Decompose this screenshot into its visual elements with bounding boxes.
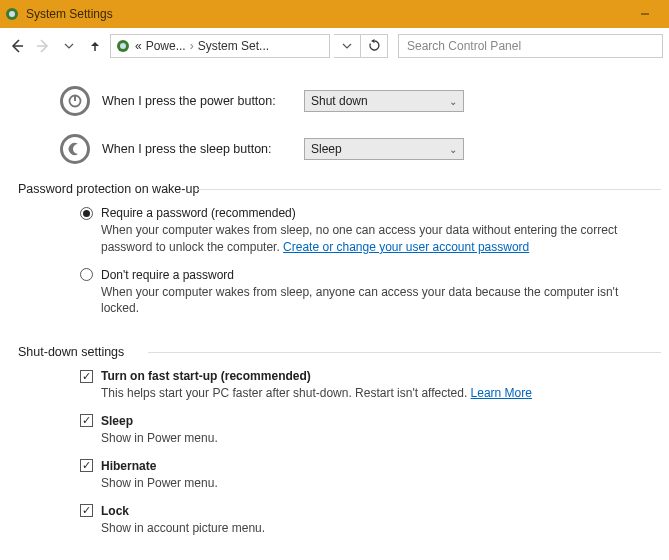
dont-require-password-label: Don't require a password: [101, 268, 234, 282]
chevron-right-icon: ›: [190, 39, 194, 53]
breadcrumb[interactable]: « Powe... › System Set...: [110, 34, 330, 58]
password-section-heading: Password protection on wake-up: [18, 182, 651, 196]
require-password-option: Require a password (recommended) When yo…: [80, 206, 651, 256]
sleep-option: ✓ Sleep Show in Power menu.: [80, 414, 651, 447]
hibernate-check-row[interactable]: ✓ Hibernate: [80, 459, 651, 473]
refresh-button[interactable]: [361, 34, 387, 58]
back-button[interactable]: [6, 35, 28, 57]
address-dropdown-button[interactable]: [334, 34, 360, 58]
fast-startup-label: Turn on fast start-up (recommended): [101, 369, 311, 383]
breadcrumb-item[interactable]: Powe...: [146, 39, 186, 53]
hibernate-option: ✓ Hibernate Show in Power menu.: [80, 459, 651, 492]
power-button-dropdown[interactable]: Shut down ⌄: [304, 90, 464, 112]
window-title: System Settings: [26, 7, 625, 21]
checkbox-checked-icon[interactable]: ✓: [80, 370, 93, 383]
sleep-label: Sleep: [101, 414, 133, 428]
require-password-label: Require a password (recommended): [101, 206, 296, 220]
checkbox-checked-icon[interactable]: ✓: [80, 414, 93, 427]
dropdown-value: Shut down: [311, 94, 368, 108]
address-buttons: [334, 34, 388, 58]
hibernate-label: Hibernate: [101, 459, 156, 473]
require-password-radio-row[interactable]: Require a password (recommended): [80, 206, 651, 220]
desc-text: This helps start your PC faster after sh…: [101, 386, 471, 400]
sleep-desc: Show in Power menu.: [101, 430, 641, 447]
checkbox-checked-icon[interactable]: ✓: [80, 504, 93, 517]
sleep-button-row: When I press the sleep button: Sleep ⌄: [60, 134, 651, 164]
svg-point-7: [120, 43, 126, 49]
dropdown-value: Sleep: [311, 142, 342, 156]
learn-more-link[interactable]: Learn More: [471, 386, 532, 400]
app-icon: [4, 6, 20, 22]
fast-startup-check-row[interactable]: ✓ Turn on fast start-up (recommended): [80, 369, 651, 383]
sleep-button-dropdown[interactable]: Sleep ⌄: [304, 138, 464, 160]
lock-desc: Show in account picture menu.: [101, 520, 641, 537]
dont-require-password-option: Don't require a password When your compu…: [80, 268, 651, 318]
power-icon: [60, 86, 90, 116]
radio-unchecked-icon[interactable]: [80, 268, 93, 281]
sleep-button-label: When I press the sleep button:: [102, 142, 292, 156]
lock-check-row[interactable]: ✓ Lock: [80, 504, 651, 518]
up-button[interactable]: [84, 35, 106, 57]
navbar: « Powe... › System Set...: [0, 28, 669, 64]
sleep-icon: [60, 134, 90, 164]
power-button-label: When I press the power button:: [102, 94, 292, 108]
chevron-down-icon: ⌄: [449, 144, 457, 155]
sleep-check-row[interactable]: ✓ Sleep: [80, 414, 651, 428]
power-button-row: When I press the power button: Shut down…: [60, 86, 651, 116]
dont-require-password-radio-row[interactable]: Don't require a password: [80, 268, 651, 282]
chevron-down-icon: ⌄: [449, 96, 457, 107]
require-password-desc: When your computer wakes from sleep, no …: [101, 222, 641, 256]
checkbox-checked-icon[interactable]: ✓: [80, 459, 93, 472]
breadcrumb-prefix: «: [135, 39, 142, 53]
lock-option: ✓ Lock Show in account picture menu.: [80, 504, 651, 537]
search-input[interactable]: [405, 38, 656, 54]
lock-label: Lock: [101, 504, 129, 518]
radio-checked-icon[interactable]: [80, 207, 93, 220]
svg-point-1: [9, 11, 15, 17]
titlebar: System Settings: [0, 0, 669, 28]
shutdown-section-heading: Shut-down settings: [18, 345, 651, 359]
breadcrumb-item[interactable]: System Set...: [198, 39, 269, 53]
search-box[interactable]: [398, 34, 663, 58]
breadcrumb-icon: [115, 38, 131, 54]
dont-require-password-desc: When your computer wakes from sleep, any…: [101, 284, 641, 318]
fast-startup-option: ✓ Turn on fast start-up (recommended) Th…: [80, 369, 651, 402]
forward-button[interactable]: [32, 35, 54, 57]
recent-locations-button[interactable]: [58, 35, 80, 57]
content-area: When I press the power button: Shut down…: [0, 64, 669, 560]
fast-startup-desc: This helps start your PC faster after sh…: [101, 385, 641, 402]
minimize-button[interactable]: [625, 0, 665, 28]
hibernate-desc: Show in Power menu.: [101, 475, 641, 492]
change-password-link[interactable]: Create or change your user account passw…: [283, 240, 529, 254]
